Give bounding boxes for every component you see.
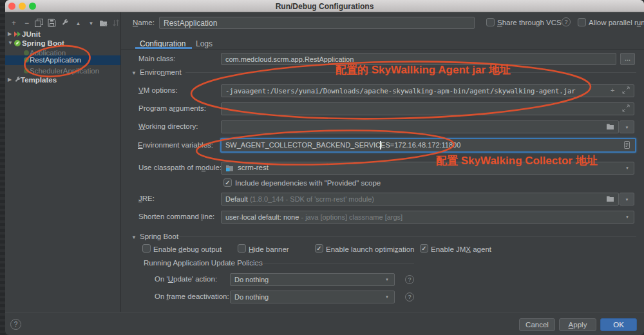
spring-app-icon xyxy=(23,57,30,63)
working-directory-dropdown-button[interactable]: ▼ xyxy=(620,120,634,133)
shorten-command-line-combobox[interactable]: user-local default: none - java [options… xyxy=(221,211,634,224)
update-policies-label: Running Application Update Policies xyxy=(144,259,263,267)
move-down-icon[interactable]: ▼ xyxy=(86,19,96,28)
hide-banner-checkbox[interactable] xyxy=(238,244,246,253)
configurations-toolbar: + − ▲ ▼ xyxy=(9,19,122,28)
tabbar-divider xyxy=(121,49,644,50)
working-directory-input[interactable] xyxy=(221,120,619,133)
cancel-button[interactable]: Cancel xyxy=(519,318,555,331)
collapse-icon[interactable]: ▼ xyxy=(131,235,137,240)
on-frame-deactivation-label: On frame deactivation: xyxy=(155,292,229,300)
sidebar-item-junit[interactable]: ▶ JUnit xyxy=(5,30,120,39)
program-arguments-input[interactable] xyxy=(221,102,634,115)
sidebar-item-templates[interactable]: ▶ Templates xyxy=(5,75,120,85)
vm-options-label: VM options: xyxy=(138,86,178,94)
spring-boot-section-label[interactable]: Spring Boot xyxy=(140,233,178,240)
new-folder-icon[interactable] xyxy=(99,19,109,28)
junit-icon xyxy=(14,30,21,38)
jre-dropdown-button[interactable]: ▼ xyxy=(620,193,634,206)
environment-variables-input[interactable]: SW_AGENT_COLLECTOR_BACKEND_SERVICES=172.… xyxy=(220,138,636,153)
shorten-value: user-local default: none xyxy=(225,213,299,221)
environment-variables-label: Environment variables: xyxy=(138,141,213,149)
chevron-down-icon: ▼ xyxy=(625,126,629,129)
save-configuration-icon[interactable] xyxy=(48,19,57,28)
spring-app-icon xyxy=(23,68,30,74)
share-through-vcs-label: Share through VCS xyxy=(497,19,562,26)
on-update-action-label: On 'Update' action: xyxy=(155,275,217,283)
jre-value: Default xyxy=(225,195,248,203)
chevron-down-icon: ▼ xyxy=(625,198,629,202)
folder-icon[interactable] xyxy=(606,122,614,130)
provided-scope-checkbox[interactable]: ✓ xyxy=(223,178,232,187)
spring-boot-icon xyxy=(14,39,21,47)
frame-deactivation-help-icon[interactable]: ? xyxy=(405,292,414,302)
jre-hint: (1.8.0_144 - SDK of 'scrm-rest' module) xyxy=(250,195,374,203)
chevron-down-icon[interactable]: ▼ xyxy=(385,278,389,282)
enable-jmx-agent-checkbox[interactable]: ✓ xyxy=(420,244,428,253)
allow-parallel-run-label: Allow parallel run xyxy=(589,19,644,26)
collapse-icon[interactable]: ▼ xyxy=(8,40,13,46)
sidebar-item-label: JUnit xyxy=(22,30,41,38)
share-through-vcs-checkbox[interactable] xyxy=(486,18,495,26)
remove-configuration-icon[interactable]: − xyxy=(22,19,32,28)
ok-button[interactable]: OK xyxy=(600,318,637,331)
on-update-action-dropdown[interactable]: Do nothing xyxy=(230,273,395,286)
jre-label: JRE: xyxy=(138,195,155,202)
sidebar-divider xyxy=(120,12,121,312)
sidebar-item-label: SchedulerApplication xyxy=(30,67,99,75)
chevron-down-icon[interactable]: ▼ xyxy=(625,166,629,170)
shorten-command-line-label: Shorten command line: xyxy=(138,213,214,220)
sidebar-item-label: Templates xyxy=(21,76,57,84)
move-up-icon[interactable]: ▲ xyxy=(73,19,83,28)
window-titlebar: Run/Debug Configurations xyxy=(5,0,644,12)
expand-field-icon[interactable] xyxy=(622,86,630,94)
chevron-down-icon[interactable]: ▼ xyxy=(385,295,389,299)
enable-debug-output-checkbox[interactable] xyxy=(142,244,151,253)
on-frame-deactivation-dropdown[interactable]: Do nothing xyxy=(230,291,395,303)
update-action-help-icon[interactable]: ? xyxy=(405,275,414,284)
copy-configuration-icon[interactable] xyxy=(35,19,44,28)
footer-divider xyxy=(5,312,644,312)
enable-launch-optimization-label: Enable launch optimization xyxy=(326,245,414,253)
expand-right-icon[interactable]: ▶ xyxy=(8,31,12,37)
chevron-down-icon[interactable]: ▼ xyxy=(625,215,629,219)
window-title: Run/Debug Configurations xyxy=(5,2,644,11)
name-input[interactable]: RestApplication xyxy=(159,17,475,29)
sort-configurations-icon[interactable] xyxy=(112,19,122,28)
annotation-agent-note: 配置的 SkyWallking Agent jar 地址 xyxy=(336,62,511,77)
shorten-hint: - java [options] classname [args] xyxy=(301,213,402,221)
expand-right-icon[interactable]: ▶ xyxy=(8,77,12,82)
module-combobox-value: scrm-rest xyxy=(238,164,269,171)
browse-variables-icon[interactable] xyxy=(623,140,630,149)
expand-field-icon[interactable] xyxy=(622,104,630,112)
enable-jmx-agent-label: Enable JMX agent xyxy=(431,245,491,253)
add-macro-icon[interactable]: + xyxy=(611,86,614,94)
background-ide-strip xyxy=(0,0,5,335)
jre-combobox[interactable]: Default (1.8.0_144 - SDK of 'scrm-rest' … xyxy=(221,193,619,206)
environment-section-label[interactable]: Environment xyxy=(140,68,182,76)
vm-options-input[interactable]: -javaagent:/Users/yunai/Downloads/apache… xyxy=(221,84,634,97)
sidebar-item-spring-boot[interactable]: ▼ Spring Boot xyxy=(5,39,120,48)
working-directory-label: Working directory: xyxy=(138,122,198,130)
sidebar-item-label: RestApplication xyxy=(30,56,81,64)
name-label: Name: xyxy=(133,19,155,26)
browse-main-class-button[interactable]: ... xyxy=(620,53,635,65)
use-classpath-label: Use classpath of module: xyxy=(138,164,222,171)
dialog-help-icon[interactable]: ? xyxy=(10,319,21,330)
text-caret xyxy=(380,141,381,149)
edit-templates-icon[interactable] xyxy=(61,19,70,28)
annotation-collector-note: 配置 SkyWalking Collector 地址 xyxy=(436,153,598,168)
sidebar-item-scheduler-application[interactable]: SchedulerApplication xyxy=(5,66,120,76)
collapse-icon[interactable]: ▼ xyxy=(131,70,137,76)
tab-logs[interactable]: Logs xyxy=(196,39,213,48)
provided-scope-label: Include dependencies with "Provided" sco… xyxy=(235,179,381,187)
add-configuration-icon[interactable]: + xyxy=(9,19,19,28)
vcs-help-icon[interactable]: ? xyxy=(562,17,571,26)
folder-icon[interactable] xyxy=(606,195,614,202)
section-rule xyxy=(248,263,414,263)
enable-launch-optimization-checkbox[interactable]: ✓ xyxy=(315,244,323,253)
apply-button[interactable]: Apply xyxy=(559,318,596,331)
sidebar-item-rest-application-selected[interactable]: RestApplication xyxy=(5,55,120,65)
allow-parallel-run-checkbox[interactable] xyxy=(578,18,586,26)
run-debug-configurations-window: Run/Debug Configurations + − ▲ ▼ ▶ JUnit xyxy=(0,0,644,335)
